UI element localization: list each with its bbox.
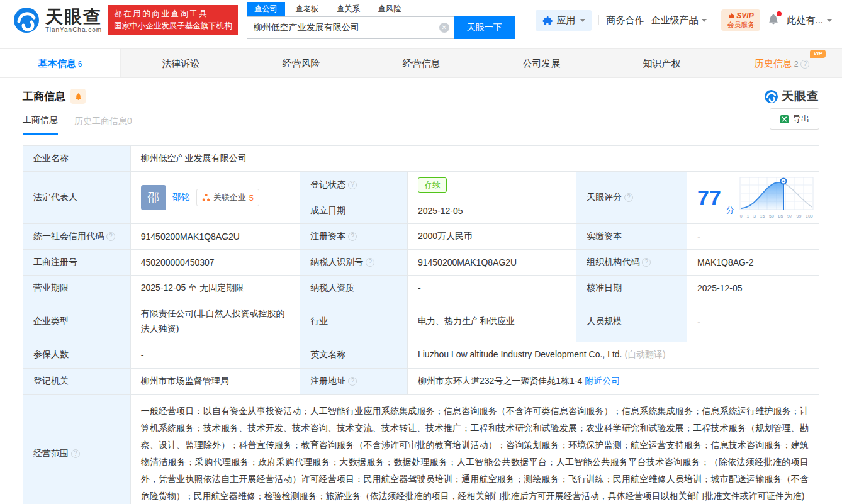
search-input[interactable] <box>254 23 439 33</box>
related-companies-badge[interactable]: 关联企业 5 <box>196 189 259 206</box>
org-chart-icon <box>202 194 210 202</box>
user-account-label: 此处有... <box>787 14 823 26</box>
subtab-history-label: 历史工商信息 <box>74 116 127 126</box>
help-icon[interactable] <box>348 377 357 386</box>
table-row: 参保人数 - 英文名称 Liuzhou Low altitude Industr… <box>23 342 819 368</box>
help-icon[interactable] <box>106 232 115 241</box>
reg-authority-label: 登记机关 <box>23 368 131 394</box>
clear-icon[interactable] <box>439 23 449 33</box>
paid-capital-label: 实缴资本 <box>576 224 687 250</box>
nearby-companies-link[interactable]: 附近公司 <box>585 376 620 386</box>
english-name-label: 英文名称 <box>300 342 408 368</box>
reg-no-label: 工商注册号 <box>23 250 131 276</box>
crown-icon <box>728 13 735 19</box>
reg-status-label: 登记状态 <box>300 172 408 198</box>
uscc-label-text: 统一社会信用代码 <box>33 231 104 241</box>
uscc-value: 91450200MAK1Q8AG2U <box>130 224 300 250</box>
insured-label: 参保人数 <box>23 342 131 368</box>
bell-curve-chart <box>739 177 814 212</box>
est-date-value: 2025-12-05 <box>407 198 576 224</box>
address-value: 柳州市东环大道232号之一聚贤佳苑1栋1-4 <box>418 376 582 386</box>
score-value: 77 <box>697 187 721 208</box>
subtab-history-count: 0 <box>127 116 132 126</box>
help-icon[interactable] <box>71 449 80 458</box>
chevron-down-icon <box>580 19 585 22</box>
search-tab-relation[interactable]: 查关系 <box>329 2 368 16</box>
staff-size-label: 人员规模 <box>576 301 687 342</box>
english-name-value: Liuzhou Low altitude Industry Developmen… <box>418 349 622 359</box>
tab-operating-risk[interactable]: 经营风险 <box>241 49 361 77</box>
tab-label: 知识产权 <box>643 58 681 69</box>
industry-label: 行业 <box>300 301 408 342</box>
reg-capital-value: 2000万人民币 <box>407 224 576 250</box>
business-cooperation-link[interactable]: 商务合作 <box>606 14 644 26</box>
table-row: 统一社会信用代码 91450200MAK1Q8AG2U 注册资本 2000万人民… <box>23 224 819 250</box>
avatar[interactable]: 邵 <box>141 185 166 210</box>
company-name-value: 柳州低空产业发展有限公司 <box>130 146 819 172</box>
scope-label: 经营范围 <box>23 394 131 504</box>
tab-history-info[interactable]: VIP 历史信息2 <box>722 49 842 77</box>
tab-legal-litigation[interactable]: 法律诉讼 <box>121 49 241 77</box>
help-icon[interactable] <box>366 258 374 267</box>
company-type-label: 企业类型 <box>23 301 131 342</box>
tab-operating-info[interactable]: 经营信息 <box>361 49 481 77</box>
export-button[interactable]: 导出 <box>770 108 819 130</box>
subtab-business-info[interactable]: 工商信息 <box>23 115 58 135</box>
promo-line1: 都在用的商业查询工具 <box>114 8 232 20</box>
reg-status-cell: 存续 <box>407 172 576 198</box>
score-label-text: 天眼评分 <box>587 192 622 202</box>
taxpayer-id-label: 纳税人识别号 <box>300 250 408 276</box>
legal-rep-label: 法定代表人 <box>23 172 131 224</box>
puzzle-icon <box>542 15 553 26</box>
svip-membership-button[interactable]: SVIP 会员服务 <box>721 9 760 31</box>
tab-basic-info[interactable]: 基本信息6 <box>0 49 121 77</box>
subtab-history-business-info[interactable]: 历史工商信息0 <box>74 116 132 135</box>
auto-translate-note: (自动翻译) <box>624 349 665 359</box>
legal-rep-name-link[interactable]: 邵铭 <box>172 192 190 203</box>
brand-watermark-label: 天眼查 <box>782 88 819 104</box>
monitor-bell-button[interactable] <box>70 89 86 104</box>
tab-history-info-count: 2 <box>794 60 799 69</box>
staff-size-value: - <box>687 301 819 342</box>
company-type-value: 有限责任公司(非自然人投资或控股的法人独资) <box>130 301 300 342</box>
help-icon[interactable] <box>348 181 357 189</box>
bell-icon <box>74 92 82 101</box>
enterprise-products-label: 企业级产品 <box>651 14 698 26</box>
tab-company-development[interactable]: 公司发展 <box>481 49 602 77</box>
org-code-value: MAK1Q8AG-2 <box>687 250 819 276</box>
search-button[interactable]: 天眼一下 <box>454 16 515 39</box>
search-tab-company[interactable]: 查公司 <box>247 2 286 16</box>
search-tab-risk[interactable]: 查风险 <box>370 2 409 16</box>
score-distribution-chart[interactable]: 0131550859799100 <box>739 177 814 218</box>
apps-menu[interactable]: 应用 <box>536 10 592 31</box>
taxpayer-id-label-text: 纳税人识别号 <box>310 257 363 267</box>
search-tab-boss[interactable]: 查老板 <box>288 2 327 16</box>
section-title: 工商信息 <box>23 89 65 104</box>
tianyancha-logo[interactable]: 天眼查 TianYanCha.com <box>13 6 102 34</box>
table-row: 营业期限 2025-12-05 至 无固定期限 纳税人资质 - 核准日期 202… <box>23 276 819 301</box>
help-icon[interactable] <box>800 60 809 69</box>
score-label: 天眼评分 <box>576 172 687 224</box>
scope-value: 一般经营项目：以自有资金从事投资活动；人工智能行业应用系统集成服务；信息咨询服务… <box>141 395 809 504</box>
help-icon[interactable] <box>624 193 633 202</box>
notifications-button[interactable] <box>767 13 780 28</box>
tab-basic-info-label: 基本信息 <box>38 58 76 69</box>
taxpayer-qual-label: 纳税人资质 <box>300 276 408 301</box>
enterprise-products-menu[interactable]: 企业级产品 <box>651 14 707 26</box>
chevron-down-icon <box>702 19 707 22</box>
score-unit: 分 <box>726 204 734 216</box>
address-cell: 柳州市东环大道232号之一聚贤佳苑1栋1-4 附近公司 <box>407 368 819 394</box>
tab-basic-info-count: 6 <box>78 60 82 69</box>
uscc-label: 统一社会信用代码 <box>23 224 131 250</box>
industry-value: 电力、热力生产和供应业 <box>407 301 576 342</box>
business-info-table: 企业名称 柳州低空产业发展有限公司 法定代表人 邵 邵铭 关联企业 <box>23 145 819 504</box>
excel-icon <box>780 115 789 124</box>
help-icon[interactable] <box>642 258 651 267</box>
table-row: 经营范围 一般经营项目：以自有资金从事投资活动；人工智能行业应用系统集成服务；信… <box>23 394 819 504</box>
tab-intellectual-property[interactable]: 知识产权 <box>602 49 722 77</box>
promo-banner: 都在用的商业查询工具 国家中小企业发展子基金旗下机构 <box>108 5 238 36</box>
tab-label: 经营风险 <box>283 58 320 69</box>
company-name-label: 企业名称 <box>23 146 131 172</box>
user-account-menu[interactable]: 此处有... <box>787 14 832 26</box>
help-icon[interactable] <box>348 232 357 241</box>
